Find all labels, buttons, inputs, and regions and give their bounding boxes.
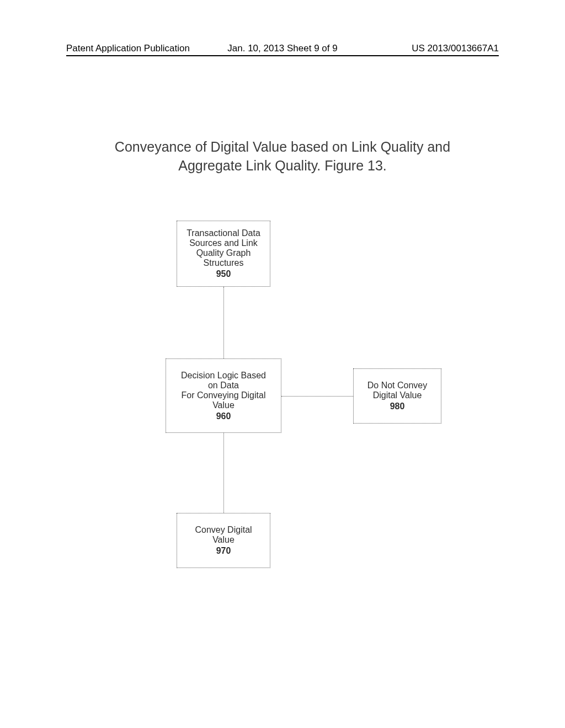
box-950-text: Transactional Data Sources and Link Qual… — [186, 228, 260, 268]
connector-960-980 — [281, 396, 353, 397]
box-do-not-convey: Do Not Convey Digital Value 980 — [353, 368, 441, 424]
box-980-text: Do Not Convey Digital Value — [367, 381, 428, 400]
connector-960-970 — [223, 433, 224, 513]
box-transactional-data: Transactional Data Sources and Link Qual… — [177, 221, 270, 287]
flowchart: Transactional Data Sources and Link Qual… — [0, 0, 565, 728]
box-decision-logic: Decision Logic Based on Data For Conveyi… — [166, 358, 281, 433]
box-980-num: 980 — [390, 402, 405, 411]
connector-950-960 — [223, 287, 224, 358]
box-970-num: 970 — [216, 546, 231, 556]
box-convey-digital-value: Convey Digital Value 970 — [177, 513, 270, 568]
box-960-text: Decision Logic Based on Data For Conveyi… — [181, 371, 266, 410]
box-970-text: Convey Digital Value — [195, 525, 252, 545]
box-950-num: 950 — [216, 269, 231, 279]
box-960-num: 960 — [216, 411, 231, 421]
